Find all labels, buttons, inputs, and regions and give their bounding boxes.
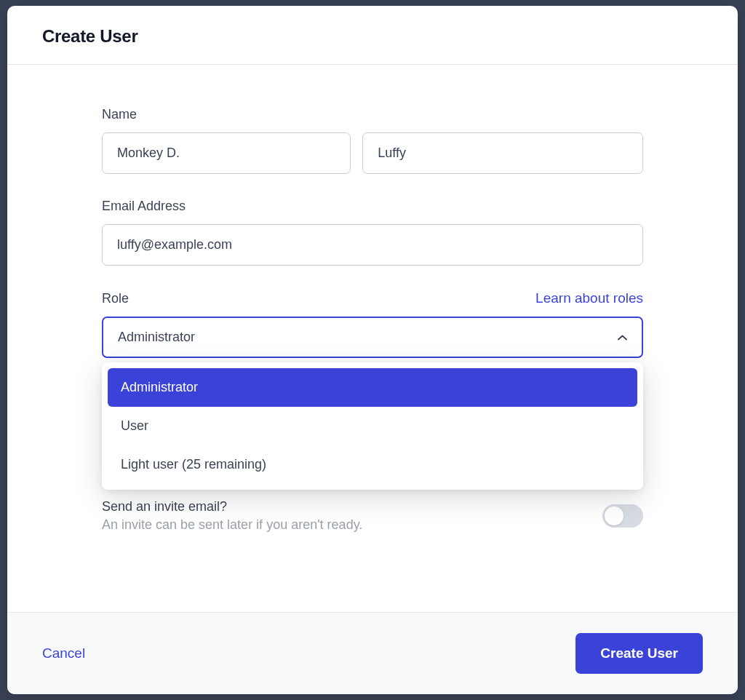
role-option-administrator[interactable]: Administrator [108, 368, 637, 407]
name-row [102, 132, 643, 174]
modal-body: Name Email Address Role Learn about role… [7, 65, 738, 612]
invite-subtitle: An invite can be sent later if you aren'… [102, 517, 602, 533]
name-field-group: Name [102, 107, 643, 174]
modal-title: Create User [42, 26, 703, 47]
last-name-input[interactable] [362, 132, 643, 174]
role-select[interactable]: Administrator [102, 317, 643, 358]
email-label: Email Address [102, 199, 643, 214]
invite-text: Send an invite email? An invite can be s… [102, 499, 602, 533]
role-option-user[interactable]: User [108, 407, 637, 445]
cancel-button[interactable]: Cancel [42, 638, 85, 669]
role-selected-value: Administrator [118, 330, 195, 345]
chevron-up-icon [617, 333, 627, 343]
toggle-knob [605, 506, 624, 525]
create-user-modal: Create User Name Email Address Role Lear… [7, 6, 738, 694]
invite-row: Send an invite email? An invite can be s… [102, 499, 643, 533]
email-field-group: Email Address [102, 199, 643, 266]
modal-footer: Cancel Create User [7, 612, 738, 694]
invite-toggle[interactable] [602, 504, 643, 528]
learn-about-roles-link[interactable]: Learn about roles [535, 290, 643, 306]
role-dropdown: Administrator User Light user (25 remain… [102, 362, 643, 490]
role-field-group: Role Learn about roles Administrator Adm… [102, 290, 643, 358]
first-name-input[interactable] [102, 132, 351, 174]
modal-header: Create User [7, 6, 738, 65]
name-label: Name [102, 107, 643, 122]
role-label: Role [102, 291, 129, 306]
role-option-light-user[interactable]: Light user (25 remaining) [108, 445, 637, 484]
create-user-button[interactable]: Create User [575, 633, 703, 674]
email-input[interactable] [102, 224, 643, 266]
role-label-row: Role Learn about roles [102, 290, 643, 306]
invite-title: Send an invite email? [102, 499, 602, 514]
